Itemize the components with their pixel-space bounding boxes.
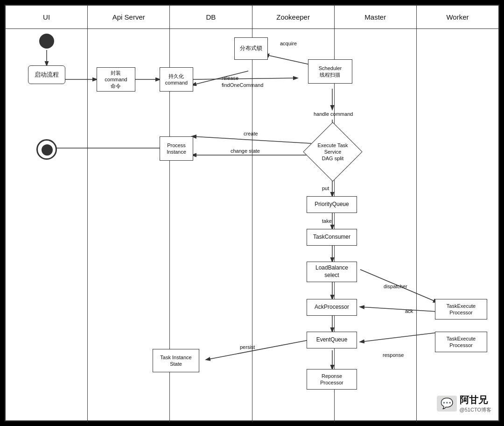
- node-loadbalance: LoadBalance select: [307, 262, 357, 282]
- lane-master: [335, 29, 417, 422]
- lane-zk: [252, 29, 335, 422]
- watermark-handle: @51CTO博客: [460, 406, 491, 413]
- label-ack: ack: [405, 308, 413, 314]
- label-dispatcher: dispatcher: [384, 284, 407, 289]
- col-api: Api Server: [88, 6, 170, 28]
- node-fenbu: 分布式锁: [234, 37, 268, 60]
- label-change-state: change state: [231, 148, 260, 154]
- col-master: Master: [335, 6, 417, 28]
- label-response: response: [383, 352, 404, 358]
- node-task-consumer: TaskConsumer: [307, 229, 357, 246]
- label-persist: persist: [240, 344, 255, 350]
- watermark: 💬 阿甘兄 @51CTO博客: [437, 394, 491, 413]
- node-ack-processor: AckProcessor: [307, 299, 357, 316]
- lane-ui: [6, 29, 88, 422]
- label-acquire: acquire: [280, 41, 297, 46]
- node-process-instance: Process Instance: [160, 136, 193, 161]
- node-reponse-processor: Reponse Processor: [307, 369, 357, 390]
- end-circle: [36, 139, 57, 160]
- col-ui: UI: [6, 6, 88, 28]
- label-handle: handle command: [314, 111, 353, 117]
- node-qidong: 启动流程: [28, 65, 65, 84]
- label-release: releasefindOneCommand: [222, 75, 263, 89]
- watermark-name: 阿甘兄: [460, 394, 491, 406]
- label-take: take: [322, 218, 332, 224]
- lane-worker: [417, 29, 498, 422]
- header-row: UI Api Server DB Zookeeper Master Worker: [6, 6, 498, 29]
- node-task-instance-state: Task Instance State: [153, 349, 199, 372]
- start-circle: [39, 34, 54, 49]
- col-zk: Zookeeper: [252, 6, 335, 28]
- node-fengzhuang: 封装 command 命令: [97, 67, 135, 92]
- node-priority-queue: PriorityQueue: [307, 196, 357, 213]
- diagram-container: UI Api Server DB Zookeeper Master Worker: [5, 5, 499, 421]
- label-create: create: [244, 131, 258, 136]
- label-put: put: [322, 185, 329, 191]
- node-chijiu: 持久化 command: [160, 67, 193, 92]
- node-event-queue: EventQueue: [307, 332, 357, 348]
- label-execute: Execute TaskServiceDAG split: [304, 134, 361, 170]
- node-scheduler: Scheduler 线程扫描: [308, 59, 352, 84]
- col-db: DB: [170, 6, 252, 28]
- node-task-execute-1: TaskExecute Processor: [435, 299, 487, 320]
- col-worker: Worker: [417, 6, 498, 28]
- node-task-execute-2: TaskExecute Processor: [435, 332, 487, 352]
